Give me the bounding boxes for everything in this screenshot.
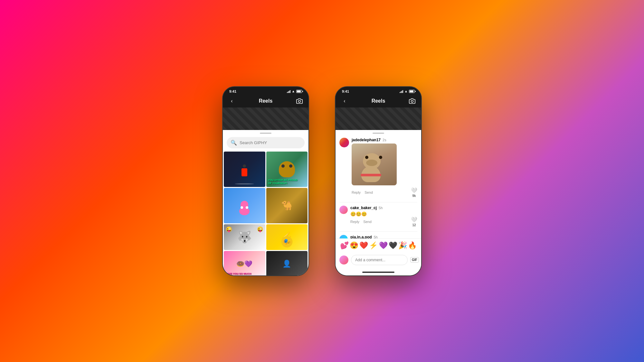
sheet-handle-1 bbox=[260, 133, 271, 134]
avatar-cake-baker bbox=[339, 206, 348, 214]
emoji-heart[interactable]: ❤️ bbox=[359, 241, 368, 250]
comment-body-1: jadedelephan17 2s bbox=[352, 138, 417, 198]
svg-point-1 bbox=[411, 100, 413, 102]
giphy-search-input[interactable] bbox=[240, 140, 301, 145]
svg-point-0 bbox=[298, 100, 301, 102]
comment-header-3: pia.in.a.pod 5h bbox=[350, 235, 417, 238]
emoji-purple-heart[interactable]: 💜 bbox=[379, 241, 388, 250]
comment-text-2: 😊😊😊 bbox=[350, 211, 417, 217]
comment-row-3: pia.in.a.pod 5h Cool! I was there yester… bbox=[339, 235, 417, 238]
comment-header-2: cake_baker_cj 5h bbox=[350, 206, 417, 210]
phone-comments: 9:41 ▲ ‹ Reels bbox=[335, 86, 422, 276]
gif-item-soccer[interactable] bbox=[224, 152, 265, 187]
nav-title-2: Reels bbox=[372, 98, 385, 104]
nav-bar-1: ‹ Reels bbox=[223, 95, 308, 107]
signal-icon-1 bbox=[287, 90, 290, 93]
emoji-fire[interactable]: 🔥 bbox=[408, 241, 417, 250]
username-2: cake_baker_cj bbox=[350, 206, 377, 210]
gif-item-otter[interactable]: YOU OTTER BE PROUDOF YOURSELF! bbox=[266, 152, 308, 187]
status-icons-2: ▲ bbox=[400, 89, 415, 93]
emoji-hearts[interactable]: 💕 bbox=[340, 241, 349, 250]
comments-sheet: jadedelephan17 2s bbox=[336, 130, 421, 275]
emoji-party[interactable]: 🎉 bbox=[398, 241, 407, 250]
emoji-reaction-bar: 💕 😍 ❤️ ⚡ 💜 🖤 🎉 🔥 bbox=[336, 238, 421, 252]
loveyou-overlay-text: LOVE YOU SO MUCH bbox=[225, 272, 251, 275]
current-user-avatar bbox=[339, 255, 348, 265]
otter-overlay-text: YOU OTTER BE PROUDOF YOURSELF! bbox=[268, 179, 298, 185]
status-icons-1: ▲ bbox=[287, 89, 302, 93]
avatar-pia bbox=[339, 235, 348, 238]
gif-item-camel[interactable]: 🐪 bbox=[266, 188, 308, 223]
status-bar-1: 9:41 ▲ bbox=[223, 87, 308, 95]
like-count-2: 12 bbox=[412, 223, 416, 227]
emoji-lightning[interactable]: ⚡ bbox=[369, 241, 378, 250]
gif-grid: YOU OTTER BE PROUDOF YOURSELF! 🐪 🐺 😜 😜 bbox=[223, 152, 308, 275]
fallguys-figure bbox=[238, 201, 251, 218]
time-2: 5h bbox=[379, 206, 383, 210]
camera-button-1[interactable] bbox=[296, 97, 303, 105]
video-preview-1 bbox=[223, 107, 308, 130]
video-preview-2 bbox=[336, 107, 421, 130]
reply-button-2[interactable]: Reply bbox=[350, 220, 359, 224]
like-area-2: 🤍 12 bbox=[411, 217, 417, 227]
comment-actions-2: Reply Send 🤍 12 bbox=[350, 217, 417, 227]
username-1: jadedelephan17 bbox=[352, 138, 381, 142]
comment-row-1: jadedelephan17 2s bbox=[339, 138, 417, 198]
comment-header-1: jadedelephan17 2s bbox=[352, 138, 417, 142]
home-indicator-2 bbox=[336, 269, 421, 275]
battery-icon-2 bbox=[409, 90, 415, 93]
soccer-figure bbox=[240, 164, 249, 181]
divider-1 bbox=[339, 202, 417, 202]
gif-button[interactable]: GIF bbox=[410, 257, 419, 263]
gif-item-husky[interactable]: 🐺 😜 😜 bbox=[224, 224, 265, 250]
status-time-1: 9:41 bbox=[229, 89, 236, 93]
comment-actions-1: Reply Send 🤍 9k bbox=[352, 187, 417, 198]
emoji-black-heart[interactable]: 🖤 bbox=[389, 241, 397, 250]
giphy-sheet: 🔍 YOU OTTER BE PROUDOF YOURSELF! bbox=[223, 130, 308, 275]
wifi-icon-1: ▲ bbox=[292, 89, 295, 93]
time-1: 2s bbox=[383, 138, 386, 142]
status-time-2: 9:41 bbox=[342, 89, 349, 93]
nav-title-1: Reels bbox=[259, 98, 273, 104]
search-icon-giphy: 🔍 bbox=[231, 140, 237, 146]
send-button-2[interactable]: Send bbox=[363, 220, 372, 224]
status-bar-2: 9:41 ▲ bbox=[336, 87, 421, 95]
like-count-1: 9k bbox=[412, 194, 416, 198]
like-icon-1[interactable]: 🤍 bbox=[411, 187, 417, 193]
gif-item-pikachu[interactable]: ⚡ 🎭 bbox=[266, 224, 308, 250]
camera-button-2[interactable] bbox=[408, 97, 416, 105]
pug-figure bbox=[358, 150, 387, 182]
time-3: 5h bbox=[374, 235, 378, 238]
battery-icon-1 bbox=[296, 90, 302, 93]
comment-image-pug bbox=[352, 144, 397, 185]
comment-body-3: pia.in.a.pod 5h Cool! I was there yester… bbox=[350, 235, 417, 238]
gif-item-dark[interactable]: 👤 bbox=[266, 251, 308, 275]
reply-button-1[interactable]: Reply bbox=[352, 190, 361, 194]
phone-giphy: 9:41 ▲ ‹ Reels 🔍 bbox=[222, 86, 309, 276]
gif-item-loveyou[interactable]: 🍩💜 LOVE YOU SO MUCH bbox=[224, 251, 265, 275]
comment-list: jadedelephan17 2s bbox=[336, 134, 421, 238]
comment-body-2: cake_baker_cj 5h 😊😊😊 Reply Send 🤍 12 bbox=[350, 206, 417, 227]
like-area-1: 🤍 9k bbox=[411, 187, 417, 198]
comment-input-field[interactable] bbox=[351, 255, 408, 265]
avatar-jadedelephan17 bbox=[339, 138, 349, 147]
like-icon-2[interactable]: 🤍 bbox=[411, 217, 417, 223]
divider-2 bbox=[339, 231, 417, 232]
signal-icon-2 bbox=[400, 90, 403, 93]
gif-item-fallguys[interactable] bbox=[224, 188, 265, 223]
username-3: pia.in.a.pod bbox=[350, 235, 372, 238]
back-button-1[interactable]: ‹ bbox=[228, 97, 236, 105]
emoji-star-eyes[interactable]: 😍 bbox=[350, 241, 358, 250]
nav-bar-2: ‹ Reels bbox=[336, 95, 421, 107]
comment-row-2: cake_baker_cj 5h 😊😊😊 Reply Send 🤍 12 bbox=[339, 206, 417, 227]
back-button-2[interactable]: ‹ bbox=[341, 97, 348, 105]
giphy-search-bar[interactable]: 🔍 bbox=[227, 137, 305, 148]
send-button-1[interactable]: Send bbox=[365, 190, 373, 194]
wifi-icon-2: ▲ bbox=[404, 89, 408, 93]
home-bar-2 bbox=[362, 272, 394, 273]
comment-input-row: GIF bbox=[336, 252, 421, 269]
